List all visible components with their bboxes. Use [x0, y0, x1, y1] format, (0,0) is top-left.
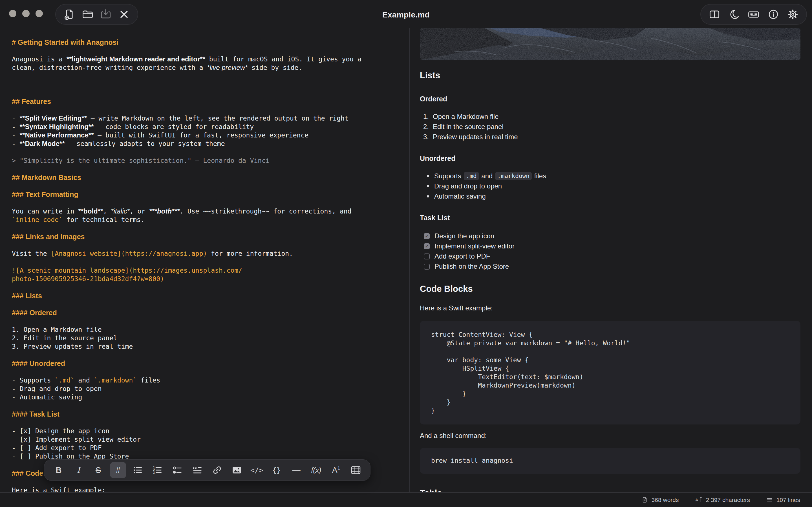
- status-item: A2 397 characters: [695, 497, 750, 503]
- link-button[interactable]: [209, 462, 225, 478]
- checked-checkbox[interactable]: ✓: [424, 233, 430, 239]
- settings-gear-icon: [786, 8, 799, 20]
- format-toolbar: BIS#123</>{}—f(x)A1: [44, 459, 370, 481]
- heading-button[interactable]: #: [110, 462, 126, 478]
- task-list-item: Add export to PDF: [420, 251, 515, 262]
- braces-button[interactable]: {}: [268, 462, 285, 478]
- text-cursor-icon: A: [695, 497, 702, 503]
- editor-line: - Automatic saving: [12, 393, 409, 401]
- app-window: { "window": { "title": "Example.md" }, "…: [0, 0, 812, 507]
- dark-mode-moon-icon: [728, 8, 741, 20]
- link-icon: [211, 464, 223, 476]
- editor-line: [12, 148, 409, 156]
- bullet-icon: [427, 195, 429, 198]
- heading-icon: #: [116, 466, 120, 475]
- code-icon: </>: [250, 466, 263, 474]
- status-label: 368 words: [652, 497, 679, 503]
- checked-checkbox[interactable]: ✓: [424, 243, 430, 249]
- editor-line: Anagnosi is a **lightweight Markdown rea…: [12, 55, 409, 63]
- view-toolbar: [700, 4, 807, 25]
- swift-code: struct ContentView: View { @State privat…: [420, 321, 801, 415]
- ordered-list-button[interactable]: 123: [149, 462, 166, 478]
- editor-line: 2. Edit in the source panel: [12, 334, 409, 342]
- editor-line: [12, 182, 409, 190]
- strikethrough-button[interactable]: S: [90, 462, 107, 478]
- braces-icon: {}: [272, 466, 281, 474]
- math-button[interactable]: f(x): [308, 462, 324, 478]
- horizontal-rule-button[interactable]: —: [288, 462, 305, 478]
- editor-line: - **Dark Mode** — seamlessly adapts to y…: [12, 139, 409, 148]
- editor-line: photo-1506905925346-21bda4d32df4?w=800): [12, 275, 409, 283]
- editor-line: Visit the [Anagnosi website](https://ana…: [12, 249, 409, 258]
- task-list-icon: [172, 464, 183, 476]
- ordered-list-icon: 123: [152, 464, 163, 476]
- editor-line: [12, 89, 409, 97]
- pane-divider[interactable]: [409, 28, 410, 492]
- editor-line: ## Features: [12, 97, 409, 106]
- editor-line: > "Simplicity is the ultimate sophistica…: [12, 156, 409, 165]
- bullet-icon: [427, 185, 429, 187]
- task-list-item: ✓Implement split-view editor: [420, 241, 515, 251]
- preview-task-list: ✓Design the app icon✓Implement split-vie…: [420, 231, 515, 272]
- editor-line: [12, 351, 409, 359]
- task-list-button[interactable]: [169, 462, 186, 478]
- unchecked-checkbox[interactable]: [424, 253, 430, 260]
- task-list-item: Publish on the App Store: [420, 262, 515, 272]
- math-icon: f(x): [311, 466, 321, 474]
- superscript-button[interactable]: A1: [328, 462, 344, 478]
- editor-line: [12, 106, 409, 114]
- mountain-landscape-image: [420, 28, 801, 60]
- markdown-source-editor[interactable]: # Getting Started with AnagnosiAnagnosi …: [12, 38, 409, 494]
- blockquote-button[interactable]: [189, 462, 206, 478]
- editor-line: ### Links and Images: [12, 232, 409, 241]
- code-button[interactable]: </>: [249, 462, 265, 478]
- bold-button[interactable]: B: [50, 462, 67, 478]
- ordered-list-item: 3.Preview updates in real time: [420, 132, 518, 142]
- window-title: Example.md: [0, 10, 812, 19]
- keyboard-button[interactable]: [746, 6, 762, 22]
- unordered-list-button[interactable]: [130, 462, 146, 478]
- preview-shell-intro: And a shell command:: [420, 432, 487, 440]
- unordered-list-item: Automatic saving: [420, 191, 546, 202]
- editor-line: ![A scenic mountain landscape](https://i…: [12, 266, 409, 275]
- blockquote-icon: [192, 464, 203, 476]
- markdown-preview-pane: Lists Ordered 1.Open a Markdown file2.Ed…: [420, 28, 801, 492]
- editor-line: ### Lists: [12, 291, 409, 300]
- editor-line: - **Split View Editing** — write Markdow…: [12, 114, 409, 122]
- italic-button[interactable]: I: [70, 462, 87, 478]
- bold-icon: B: [56, 466, 62, 475]
- horizontal-rule-icon: —: [292, 466, 301, 475]
- editor-line: `inline code` for technical terms.: [12, 216, 409, 224]
- table-icon: [350, 464, 361, 476]
- dark-mode-moon-button[interactable]: [726, 6, 742, 22]
- status-item: 368 words: [642, 497, 679, 503]
- strikethrough-icon: S: [96, 466, 101, 475]
- info-icon: [767, 8, 779, 20]
- split-view-button[interactable]: [707, 6, 722, 22]
- editor-line: ### Text Formatting: [12, 190, 409, 199]
- unordered-list-icon: [132, 464, 144, 476]
- preview-ordered-list: 1.Open a Markdown file2.Edit in the sour…: [420, 112, 518, 142]
- editor-line: 3. Preview updates in real time: [12, 342, 409, 351]
- editor-line: clean, distraction-free writing experien…: [12, 63, 409, 72]
- preview-heading-table: Table: [420, 488, 442, 492]
- split-view-icon: [708, 8, 721, 20]
- status-bar: 368 wordsA2 397 characters107 lines: [0, 492, 812, 507]
- image-button[interactable]: [229, 462, 245, 478]
- image-icon: [231, 464, 243, 476]
- svg-text:A: A: [695, 497, 698, 502]
- preview-heading-tasklist: Task List: [420, 214, 450, 222]
- editor-line: [12, 418, 409, 427]
- info-button[interactable]: [765, 6, 781, 22]
- shell-code: brew install anagnosi: [420, 448, 801, 465]
- editor-line: 1. Open a Markdown file: [12, 325, 409, 334]
- editor-line: - [x] Design the app icon: [12, 427, 409, 435]
- table-button[interactable]: [348, 462, 364, 478]
- preview-heading-codeblocks: Code Blocks: [420, 284, 473, 294]
- editor-line: [12, 224, 409, 232]
- unchecked-checkbox[interactable]: [424, 264, 430, 270]
- settings-gear-button[interactable]: [785, 6, 801, 22]
- editor-line: #### Task List: [12, 410, 409, 418]
- editor-line: ## Markdown Basics: [12, 173, 409, 182]
- lines-icon: [766, 497, 773, 503]
